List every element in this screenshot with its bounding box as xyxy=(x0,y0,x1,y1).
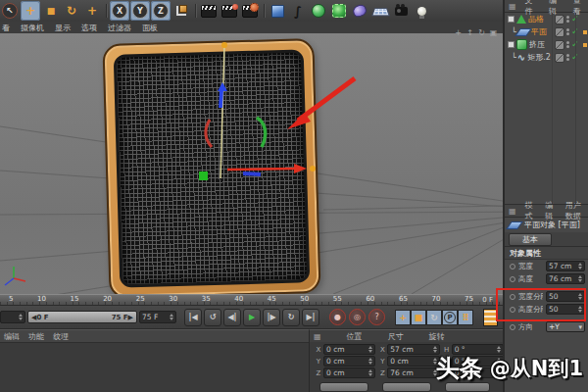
timeline-range-slider[interactable]: ◀ 0 F 75 F ▶ xyxy=(27,311,137,323)
editor-visibility-toggle[interactable] xyxy=(555,40,564,50)
record-parameter-toggle[interactable]: P xyxy=(442,310,458,325)
play-cycle-button[interactable]: ↻ xyxy=(282,309,300,326)
viewport-toggle-icon[interactable]: ▣ xyxy=(489,28,498,37)
object-toggles[interactable]: ✓ xyxy=(555,53,579,63)
add-floor-button[interactable] xyxy=(370,1,390,21)
add-cube-button[interactable] xyxy=(268,1,287,21)
visibility-dots[interactable] xyxy=(566,28,569,35)
lock-z-axis-button[interactable]: Z xyxy=(151,1,171,21)
lock-y-axis-button[interactable]: Y xyxy=(130,1,150,21)
viewport-zoom-icon[interactable]: ↕ xyxy=(466,28,474,37)
toolbar-separator[interactable] xyxy=(261,1,267,21)
goto-start-button[interactable]: |◀ xyxy=(184,309,202,326)
visibility-dots[interactable] xyxy=(566,41,569,48)
visibility-dots[interactable] xyxy=(566,54,569,61)
size-field[interactable]: 76 cm xyxy=(387,368,439,378)
range-right-arrow[interactable]: ▶ xyxy=(128,314,133,321)
position-field[interactable]: 0 cm xyxy=(323,356,375,367)
attribute-value-field[interactable]: +Y ▾ xyxy=(546,321,585,332)
autokeying-button[interactable]: ◎ xyxy=(349,309,366,325)
dropdown-caret[interactable]: ▾ xyxy=(578,323,582,331)
viewport-menu-item[interactable]: 摄像机 xyxy=(21,23,44,33)
position-field[interactable]: 0 cm xyxy=(323,368,375,378)
position-field[interactable]: 0 cm xyxy=(323,344,375,355)
scale-tool[interactable]: ■ xyxy=(41,1,61,21)
add-deformer-button[interactable] xyxy=(329,1,349,21)
viewport-menu-item[interactable]: 选项 xyxy=(81,23,97,33)
viewport-menu-item[interactable]: 显示 xyxy=(55,23,71,33)
rotation-field[interactable]: 0 ° xyxy=(452,356,504,367)
render-settings-button[interactable] xyxy=(240,1,260,21)
add-volume-button[interactable] xyxy=(350,1,369,21)
editor-visibility-toggle[interactable] xyxy=(555,53,564,63)
viewport-rotate-icon[interactable]: ↻ xyxy=(477,28,486,37)
live-selection-tool[interactable]: ↖ xyxy=(0,1,20,21)
stepper[interactable] xyxy=(578,275,582,282)
lock-x-axis-button[interactable]: X xyxy=(110,1,129,21)
attribute-value-field[interactable]: 57 cm xyxy=(546,261,585,271)
coords-button[interactable] xyxy=(445,382,490,392)
object-row-extrude[interactable]: └ 挤压 ✓ xyxy=(505,38,588,51)
object-row-plane[interactable]: └ 平面 ✓ xyxy=(505,25,588,38)
enable-check[interactable]: ✓ xyxy=(571,40,579,49)
keyframe-selection-button[interactable]: ? xyxy=(368,309,385,325)
coords-button[interactable] xyxy=(382,382,431,392)
add-camera-button[interactable] xyxy=(391,1,411,21)
rotate-tool[interactable]: ↻ xyxy=(62,1,81,21)
play-forwards-button[interactable]: ▶ xyxy=(243,309,261,326)
stepper[interactable] xyxy=(578,263,582,270)
perspective-viewport[interactable] xyxy=(0,33,503,294)
object-row-lattice[interactable]: └ 晶格 ✓ xyxy=(505,13,588,25)
visibility-dots[interactable] xyxy=(566,16,569,23)
add-subdivision-surface-button[interactable] xyxy=(309,1,328,21)
record-rotation-toggle[interactable]: ↻ xyxy=(426,310,442,325)
coordinate-system-button[interactable] xyxy=(172,1,191,21)
attribute-value-field[interactable]: 50 xyxy=(546,291,585,302)
render-picture-viewer-button[interactable] xyxy=(220,1,239,21)
next-frame-button[interactable]: |▶ xyxy=(263,309,280,326)
material-menu-item[interactable]: 编辑 xyxy=(4,331,20,342)
toolbar-separator[interactable] xyxy=(192,1,198,21)
render-view-button[interactable] xyxy=(199,1,219,21)
last-used-tool[interactable]: + xyxy=(82,1,102,21)
viewport-pan-icon[interactable]: + xyxy=(454,28,463,37)
enable-check[interactable]: ✓ xyxy=(571,15,579,24)
viewport-menu-item[interactable]: 看 xyxy=(2,23,10,33)
object-tag[interactable] xyxy=(583,30,587,34)
goto-end-button[interactable]: ▶| xyxy=(302,309,319,326)
material-menu-item[interactable]: 纹理 xyxy=(53,331,69,342)
editor-visibility-toggle[interactable] xyxy=(555,15,564,24)
attribute-value-field[interactable]: 50 xyxy=(546,304,585,315)
add-spline-pen-button[interactable]: ∫ xyxy=(288,1,308,21)
size-field[interactable]: 57 cm xyxy=(387,344,439,355)
object-toggles[interactable]: ✓ xyxy=(555,27,579,37)
tab-basic[interactable]: 基本 xyxy=(509,233,552,246)
move-tool[interactable]: + xyxy=(21,1,40,21)
viewport-menu-item[interactable]: 过滤器 xyxy=(108,23,131,33)
viewport-menu-item[interactable]: 面板 xyxy=(142,23,158,33)
add-light-button[interactable] xyxy=(412,1,431,21)
rotation-field[interactable]: 0 ° xyxy=(452,344,504,355)
record-scale-toggle[interactable]: ■ xyxy=(411,310,426,325)
object-toggles[interactable]: ✓ xyxy=(555,15,579,24)
play-backwards-button[interactable]: ↺ xyxy=(204,309,221,326)
attribute-value-field[interactable]: 76 cm xyxy=(546,273,585,284)
coords-apply-button[interactable] xyxy=(319,382,368,392)
record-active-objects-button[interactable]: ● xyxy=(329,309,346,325)
point-level-animation-toggle[interactable]: ⠿ xyxy=(458,310,473,325)
stepper[interactable] xyxy=(170,314,173,320)
enable-check[interactable]: ✓ xyxy=(571,53,579,62)
frame-field[interactable] xyxy=(0,311,25,323)
record-position-toggle[interactable]: + xyxy=(395,310,411,325)
object-tag[interactable] xyxy=(583,43,587,47)
layer-settings-button[interactable] xyxy=(483,309,498,326)
stepper[interactable] xyxy=(578,306,582,313)
object-row-rectangle[interactable]: └ ∿ 矩形.2 ✓ xyxy=(505,51,588,64)
stepper[interactable] xyxy=(578,293,582,300)
stepper[interactable] xyxy=(19,314,23,320)
toolbar-separator[interactable] xyxy=(103,1,109,21)
object-toggles[interactable]: ✓ xyxy=(555,40,579,50)
editor-visibility-toggle[interactable] xyxy=(555,27,564,37)
enable-check[interactable]: ✓ xyxy=(571,27,579,36)
end-frame-field[interactable]: 75 F xyxy=(139,311,176,323)
